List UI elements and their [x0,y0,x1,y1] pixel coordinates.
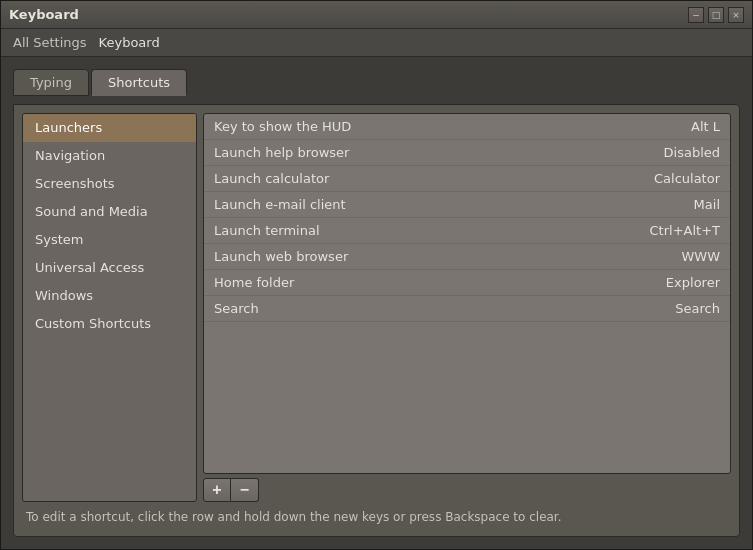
shortcut-name: Launch help browser [214,145,600,160]
shortcut-name: Launch calculator [214,171,600,186]
table-row[interactable]: SearchSearch [204,296,730,322]
add-shortcut-button[interactable]: + [203,478,231,502]
status-bar: To edit a shortcut, click the row and ho… [22,502,731,528]
content-area: Typing Shortcuts Launchers Navigation Sc… [1,57,752,549]
table-actions: + − [203,478,731,502]
shortcut-key: Calculator [600,171,720,186]
maximize-button[interactable]: □ [708,7,724,23]
table-row[interactable]: Launch web browserWWW [204,244,730,270]
table-row[interactable]: Launch terminalCtrl+Alt+T [204,218,730,244]
sidebar: Launchers Navigation Screenshots Sound a… [22,113,197,502]
shortcut-key: Mail [600,197,720,212]
sidebar-item-system[interactable]: System [23,226,196,254]
sidebar-item-screenshots[interactable]: Screenshots [23,170,196,198]
shortcut-name: Launch web browser [214,249,600,264]
sidebar-item-navigation[interactable]: Navigation [23,142,196,170]
window-title: Keyboard [9,7,688,22]
tab-typing[interactable]: Typing [13,69,89,96]
panel-content: Launchers Navigation Screenshots Sound a… [22,113,731,502]
table-row[interactable]: Launch e-mail clientMail [204,192,730,218]
shortcut-key: Search [600,301,720,316]
sidebar-item-windows[interactable]: Windows [23,282,196,310]
titlebar-buttons: − □ × [688,7,744,23]
shortcut-name: Home folder [214,275,600,290]
breadcrumb-current: Keyboard [99,35,160,50]
shortcuts-table-area: Key to show the HUDAlt LLaunch help brow… [203,113,731,502]
minimize-button[interactable]: − [688,7,704,23]
sidebar-item-custom-shortcuts[interactable]: Custom Shortcuts [23,310,196,338]
sidebar-item-sound-media[interactable]: Sound and Media [23,198,196,226]
table-row[interactable]: Key to show the HUDAlt L [204,114,730,140]
table-row[interactable]: Launch calculatorCalculator [204,166,730,192]
shortcut-key: Alt L [600,119,720,134]
shortcut-key: Explorer [600,275,720,290]
shortcut-name: Launch terminal [214,223,600,238]
shortcut-name: Search [214,301,600,316]
table-row[interactable]: Home folderExplorer [204,270,730,296]
main-panel: Launchers Navigation Screenshots Sound a… [13,104,740,537]
shortcut-name: Launch e-mail client [214,197,600,212]
shortcut-key: Disabled [600,145,720,160]
sidebar-item-launchers[interactable]: Launchers [23,114,196,142]
sidebar-item-universal-access[interactable]: Universal Access [23,254,196,282]
system-settings-bar: All Settings Keyboard [1,29,752,57]
main-window: Keyboard − □ × All Settings Keyboard Typ… [0,0,753,550]
status-text: To edit a shortcut, click the row and ho… [26,510,562,524]
shortcut-key: Ctrl+Alt+T [600,223,720,238]
titlebar: Keyboard − □ × [1,1,752,29]
tabs-bar: Typing Shortcuts [13,69,740,96]
table-row[interactable]: Launch help browserDisabled [204,140,730,166]
shortcut-key: WWW [600,249,720,264]
all-settings-link[interactable]: All Settings [13,35,87,50]
close-button[interactable]: × [728,7,744,23]
remove-shortcut-button[interactable]: − [231,478,259,502]
shortcuts-table: Key to show the HUDAlt LLaunch help brow… [203,113,731,474]
tab-shortcuts[interactable]: Shortcuts [91,69,187,96]
shortcut-name: Key to show the HUD [214,119,600,134]
